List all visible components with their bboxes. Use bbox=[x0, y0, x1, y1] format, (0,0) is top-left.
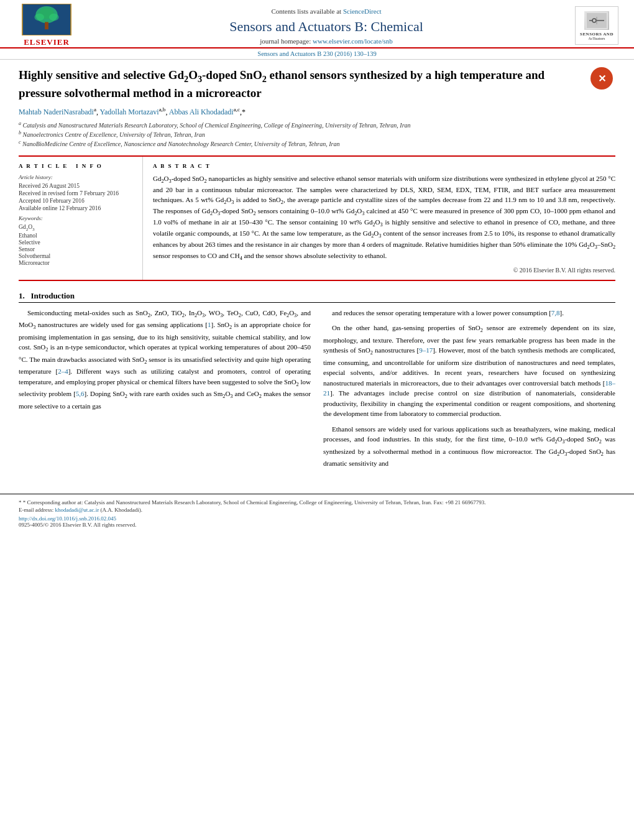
elsevier-tree-icon bbox=[22, 4, 71, 35]
sensors-logo-image bbox=[586, 12, 608, 29]
available-online-date: Available online 12 February 2016 bbox=[19, 205, 135, 211]
author-1: Mahtab NaderiNasrabadi bbox=[19, 108, 94, 116]
email-footnote: E-mail address: khodadadi@ut.ac.ir (A.A.… bbox=[19, 507, 615, 513]
sensors-actuators-logo: SENSORS AND AcTuators bbox=[572, 4, 622, 47]
article-title: Highly sensitive and selective Gd2O3-dop… bbox=[19, 67, 590, 101]
keywords-section: Keywords: Gd2O3 Ethanol Selective Sensor… bbox=[19, 215, 135, 266]
info-abstract-row: A R T I C L E I N F O Article history: R… bbox=[19, 155, 615, 281]
journal-header: ELSEVIER Contents lists available at Sci… bbox=[0, 0, 634, 48]
page-footer: * * Corresponding author at: Catalysis a… bbox=[0, 494, 634, 528]
crossmark-badge: ✕ bbox=[590, 67, 615, 92]
svg-rect-2 bbox=[45, 22, 48, 29]
journal-homepage-url[interactable]: www.elsevier.com/locate/snb bbox=[313, 37, 393, 45]
article-title-section: Highly sensitive and selective Gd2O3-dop… bbox=[19, 67, 615, 101]
article-reference-bar: Sensors and Actuators B 230 (2016) 130–1… bbox=[0, 48, 634, 60]
journal-homepage-label: journal homepage: bbox=[260, 37, 311, 45]
intro-two-col: Semiconducting metal-oxides such as SnO2… bbox=[19, 308, 615, 474]
elsevier-logo: ELSEVIER bbox=[12, 4, 81, 47]
sciencedirect-text: Contents lists available at ScienceDirec… bbox=[87, 6, 566, 16]
journal-homepage-line: journal homepage: www.elsevier.com/locat… bbox=[87, 37, 566, 45]
sensors-logo-box: SENSORS AND AcTuators bbox=[575, 6, 618, 45]
sensors-logo-graphic bbox=[584, 11, 609, 30]
keyword-2: Ethanol bbox=[19, 233, 135, 239]
email-link[interactable]: khodadadi@ut.ac.ir bbox=[55, 507, 99, 513]
intro-section-header: 1. Introduction bbox=[19, 291, 615, 303]
crossmark-icon: ✕ bbox=[590, 67, 613, 90]
accepted-date: Accepted 10 February 2016 bbox=[19, 198, 135, 204]
affiliation-a: a Catalysis and Nanostructured Materials… bbox=[19, 121, 615, 129]
keyword-4: Sensor bbox=[19, 246, 135, 252]
article-history-label: Article history: bbox=[19, 174, 135, 180]
svg-point-4 bbox=[34, 14, 44, 21]
journal-header-center: Contents lists available at ScienceDirec… bbox=[81, 6, 572, 45]
author-2: Yadollah Mortazavi bbox=[100, 108, 159, 116]
doi-line[interactable]: http://dx.doi.org/10.1016/j.snb.2016.02.… bbox=[19, 515, 615, 522]
issn-line: 0925-4005/© 2016 Elsevier B.V. All right… bbox=[19, 522, 615, 528]
abstract-label: A B S T R A C T bbox=[153, 163, 615, 169]
keyword-6: Microreactor bbox=[19, 260, 135, 266]
authors-line: Mahtab NaderiNasrabadia, Yadollah Mortaz… bbox=[19, 106, 615, 117]
sensors-logo-text-bottom: AcTuators bbox=[589, 37, 605, 40]
main-content: Highly sensitive and selective Gd2O3-dop… bbox=[0, 60, 634, 481]
sensors-logo-text-top: SENSORS AND bbox=[580, 32, 613, 37]
introduction-section: 1. Introduction Semiconducting metal-oxi… bbox=[19, 291, 615, 474]
svg-point-5 bbox=[49, 14, 59, 21]
copyright-line: © 2016 Elsevier B.V. All rights reserved… bbox=[153, 267, 615, 274]
intro-section-title: Introduction bbox=[31, 291, 75, 300]
journal-title: Sensors and Actuators B: Chemical bbox=[87, 19, 566, 35]
footnote-star-line: * * Corresponding author at: Catalysis a… bbox=[19, 499, 615, 505]
affiliation-c: c NanoBioMedicine Centre of Excellence, … bbox=[19, 139, 615, 147]
received-revised-date: Received in revised form 7 February 2016 bbox=[19, 190, 135, 196]
affiliation-b: b Nanoelectronics Centre of Excellence, … bbox=[19, 130, 615, 138]
intro-col-2: and reduces the sensor operating tempera… bbox=[323, 308, 615, 474]
keywords-label: Keywords: bbox=[19, 215, 135, 221]
keyword-1: Gd2O3 bbox=[19, 224, 135, 232]
received-date: Received 26 August 2015 bbox=[19, 183, 135, 189]
abstract-col: A B S T R A C T Gd2O3-doped SnO2 nanopar… bbox=[143, 157, 615, 280]
keyword-5: Solvothermal bbox=[19, 253, 135, 259]
intro-col-1: Semiconducting metal-oxides such as SnO2… bbox=[19, 308, 311, 474]
intro-section-number: 1. bbox=[19, 291, 25, 300]
keyword-3: Selective bbox=[19, 239, 135, 246]
article-info-col: A R T I C L E I N F O Article history: R… bbox=[19, 157, 143, 280]
sciencedirect-link[interactable]: ScienceDirect bbox=[343, 7, 382, 15]
article-info-label: A R T I C L E I N F O bbox=[19, 163, 135, 169]
author-3: Abbas Ali Khodadadi bbox=[169, 108, 234, 116]
abstract-text: Gd2O3-doped SnO2 nanoparticles as highly… bbox=[153, 174, 615, 263]
elsevier-brand-text: ELSEVIER bbox=[24, 37, 70, 47]
